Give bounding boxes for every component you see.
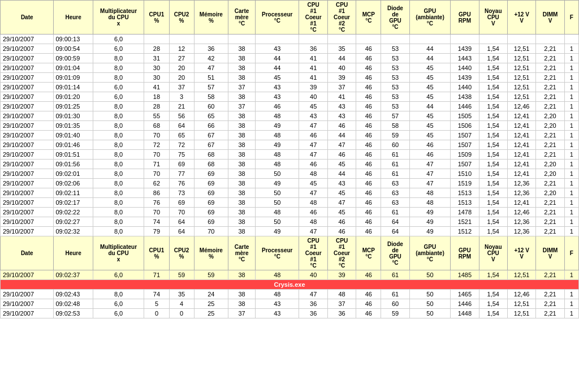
table-cell: 45: [409, 121, 451, 131]
table-row: 29/10/200709:02:536,00025374336364659501…: [1, 309, 579, 318]
table-cell: 50: [256, 169, 299, 179]
table-cell: 48: [299, 217, 327, 227]
table-cell: 69: [194, 198, 228, 208]
table-cell: 2,21: [536, 290, 564, 299]
table-cell: 44: [256, 54, 299, 63]
table-cell: 1506: [451, 121, 479, 131]
table-cell: 38: [228, 198, 256, 208]
table-cell: 66: [194, 121, 228, 131]
col-header-0: Multiplicateurdu CPUx: [93, 1, 144, 35]
table-row: 29/10/200709:01:146,04137573743393746534…: [1, 83, 579, 92]
table-cell: 1: [564, 44, 578, 54]
table-cell: 38: [228, 169, 256, 179]
table-row: 29/10/200709:01:258,02821603746454346534…: [1, 102, 579, 111]
table-row: 29/10/200709:01:568,07169683848464546614…: [1, 160, 579, 169]
table-cell: 59: [381, 131, 409, 140]
table-cell: 37: [327, 299, 356, 309]
table-cell: 1,54: [479, 188, 507, 198]
table-cell: 4: [169, 299, 194, 309]
table-cell: 1507: [451, 140, 479, 150]
table-cell: 58: [381, 121, 409, 131]
table-cell: 1513: [451, 198, 479, 208]
table-cell: 1521: [451, 217, 479, 227]
table-cell: 47: [299, 140, 327, 150]
table-cell: 46: [356, 217, 381, 227]
table-cell: 30: [144, 73, 169, 83]
table-cell: 48: [256, 270, 299, 280]
table-cell: 40: [299, 270, 327, 280]
col-header-4: Cartemère°C: [228, 236, 256, 270]
table-cell: 09:02:27: [54, 217, 93, 227]
table-cell: 1: [564, 299, 578, 309]
table-cell: 12,36: [507, 217, 535, 227]
table-cell: 45: [299, 179, 327, 188]
table-cell: 1,54: [479, 63, 507, 73]
table-cell: [194, 35, 228, 44]
table-cell: 8,0: [93, 73, 144, 83]
table-cell: [564, 35, 578, 44]
table-cell: 12,51: [507, 309, 535, 318]
col-header-7: CPU#1Coeur#2°C: [327, 1, 356, 35]
table-cell: 37: [228, 83, 256, 92]
table-cell: 29/10/2007: [1, 73, 54, 83]
table-cell: 36: [299, 299, 327, 309]
col-header-2: CPU2%: [169, 1, 194, 35]
table-row: 29/10/200709:02:376,07159593848403946615…: [1, 270, 579, 280]
col-header-15: F: [564, 236, 578, 270]
table-cell: 48: [409, 188, 451, 198]
table-cell: 09:02:06: [54, 179, 93, 188]
table-cell: 12,51: [507, 270, 535, 280]
table-cell: 38: [228, 299, 256, 309]
table-cell: 12,36: [507, 227, 535, 236]
table-cell: 09:00:54: [54, 44, 93, 54]
table-cell: 46: [356, 121, 381, 131]
table-cell: 12,51: [507, 92, 535, 102]
table-cell: 41: [327, 92, 356, 102]
table-cell: 59: [381, 309, 409, 318]
table-cell: 2,20: [536, 188, 564, 198]
table-cell: 61: [381, 160, 409, 169]
table-cell: 1: [564, 208, 578, 217]
table-cell: 46: [299, 131, 327, 140]
table-cell: 50: [409, 270, 451, 280]
table-cell: 76: [169, 179, 194, 188]
table-cell: 3: [169, 92, 194, 102]
col-header-11: GPURPM: [451, 236, 479, 270]
table-cell: [479, 35, 507, 44]
table-cell: 1478: [451, 208, 479, 217]
table-cell: 47: [327, 198, 356, 208]
table-cell: 1: [564, 198, 578, 208]
table-cell: 46: [356, 92, 381, 102]
table-cell: 1439: [451, 44, 479, 54]
table-cell: 38: [228, 54, 256, 63]
table-cell: 1,54: [479, 44, 507, 54]
table-cell: 60: [381, 299, 409, 309]
table-cell: 46: [356, 102, 381, 111]
table-cell: 09:01:51: [54, 150, 93, 160]
col-header-2: CPU2%: [169, 236, 194, 270]
table-cell: 6,0: [93, 35, 144, 44]
table-cell: 48: [256, 111, 299, 121]
table-row: 29/10/200709:02:018,07077693850484446614…: [1, 169, 579, 179]
table-cell: 46: [327, 150, 356, 160]
col-header-6: CPU#1Coeur#1°C: [299, 236, 327, 270]
table-cell: 46: [327, 227, 356, 236]
table-cell: 1510: [451, 169, 479, 179]
table-cell: 8,0: [93, 160, 144, 169]
table-cell: 8,0: [93, 150, 144, 160]
table-cell: 42: [194, 54, 228, 63]
col-header-15: F: [564, 1, 578, 35]
table-cell: 0: [169, 309, 194, 318]
table-cell: 28: [144, 102, 169, 111]
table-cell: 37: [228, 309, 256, 318]
table-cell: 8,0: [93, 63, 144, 73]
table-cell: 12,41: [507, 140, 535, 150]
table-cell: 70: [144, 208, 169, 217]
table-cell: 12,46: [507, 208, 535, 217]
table-cell: 67: [194, 140, 228, 150]
table-cell: 2,21: [536, 299, 564, 309]
table-cell: 60: [194, 102, 228, 111]
table-cell: 6,0: [93, 309, 144, 318]
table-cell: 12,41: [507, 111, 535, 121]
table-cell: 38: [228, 73, 256, 83]
